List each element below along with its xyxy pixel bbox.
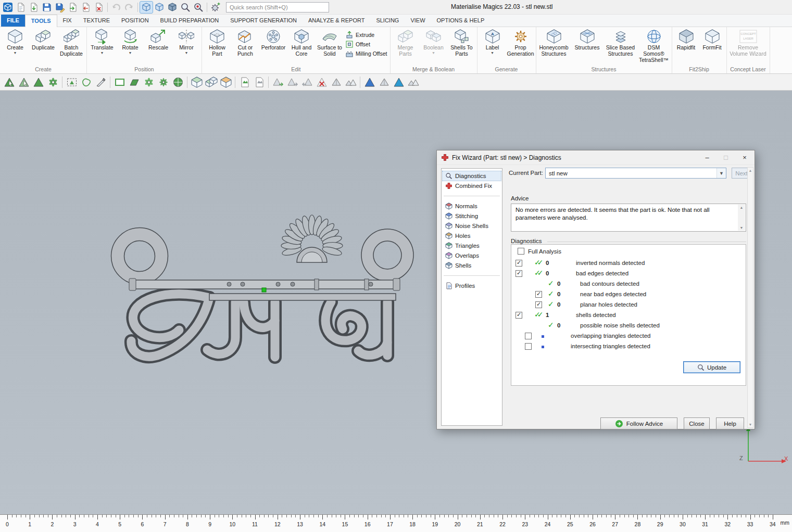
save-project-icon[interactable] — [41, 2, 53, 13]
unmark-all-icon[interactable] — [271, 75, 285, 89]
ribbon-button-milling-offset[interactable]: Milling Offset — [345, 49, 387, 58]
mark-shell-region-icon[interactable] — [171, 75, 185, 89]
help-button[interactable]: Help — [716, 417, 744, 429]
ribbon-button-formfit[interactable]: FormFit — [699, 28, 725, 52]
tab-texture[interactable]: TEXTURE — [78, 15, 116, 27]
diagnostic-checkbox[interactable] — [525, 333, 532, 339]
wizard-page-stitching[interactable]: Stitching — [443, 211, 501, 221]
wizard-page-overlaps[interactable]: Overlaps — [443, 251, 501, 260]
close-part-icon[interactable] — [93, 2, 105, 13]
tab-fix[interactable]: FIX — [57, 15, 78, 27]
mark-sphere-icon[interactable] — [46, 75, 60, 89]
view-home-icon[interactable] — [140, 2, 153, 13]
mark-shell-icon[interactable] — [190, 75, 204, 89]
diagnostic-checkbox[interactable] — [516, 260, 522, 267]
rectangle-selection-icon[interactable] — [65, 75, 79, 89]
transfer-marking-icon[interactable] — [406, 75, 420, 89]
mark-region-fill-icon[interactable] — [392, 75, 406, 89]
smooth-marking-icon[interactable] — [377, 75, 391, 89]
ribbon-button-rescale[interactable]: Rescale — [144, 28, 172, 52]
dialog-maximize-button[interactable]: □ — [718, 152, 734, 163]
wizard-page-shells[interactable]: Shells — [443, 261, 501, 270]
ribbon-button-shells-to-parts[interactable]: Shells To Parts — [448, 28, 476, 58]
app-logo-icon[interactable] — [2, 2, 14, 13]
scroll-up-icon[interactable]: ▲ — [749, 169, 752, 172]
dialog-minimize-button[interactable]: – — [699, 152, 715, 163]
update-button[interactable]: Update — [683, 361, 740, 373]
mark-window-icon[interactable] — [112, 75, 127, 89]
tab-support-generation[interactable]: SUPPORT GENERATION — [224, 15, 303, 27]
ribbon-button-extrude[interactable]: Extrude — [345, 31, 387, 39]
tab-file[interactable]: FILE — [1, 15, 25, 27]
cut-selection-icon[interactable] — [94, 75, 108, 89]
dialog-scrollbar[interactable]: ▲▼ — [747, 167, 753, 428]
quick-search-input[interactable] — [226, 2, 329, 12]
ribbon-button-translate[interactable]: Translate▼ — [88, 28, 116, 56]
wizard-page-triangles[interactable]: Triangles — [443, 241, 501, 250]
ribbon-button-rotate[interactable]: Rotate▼ — [116, 28, 144, 56]
wizard-page-normals[interactable]: Normals — [443, 201, 501, 211]
save-project-as-icon[interactable] — [54, 2, 66, 13]
wizard-page-holes[interactable]: Holes — [443, 231, 501, 240]
customize-toolbar-icon[interactable] — [209, 2, 222, 13]
unmark-sheet-icon[interactable] — [252, 75, 266, 89]
ribbon-button-label[interactable]: ALabel▼ — [479, 28, 507, 56]
zoom-selection-icon[interactable] — [192, 2, 205, 13]
tab-options-help[interactable]: OPTIONS & HELP — [431, 15, 491, 27]
mark-overhang-up-icon[interactable] — [329, 75, 343, 89]
ribbon-button-create[interactable]: Create▼ — [1, 28, 29, 56]
tab-build-preparation[interactable]: BUILD PREPARATION — [155, 15, 225, 27]
wizard-page-profiles[interactable]: Profiles — [443, 281, 501, 290]
wizard-page-diagnostics[interactable]: Diagnostics — [443, 171, 501, 181]
export-part-icon[interactable] — [80, 2, 92, 13]
dialog-close-button[interactable]: × — [737, 152, 752, 163]
tab-tools[interactable]: TOOLS — [25, 15, 57, 27]
ribbon-button-honeycomb-structures[interactable]: Honeycomb Structures — [537, 28, 571, 58]
mark-sheet-icon[interactable] — [237, 75, 252, 89]
mark-surface-icon[interactable] — [142, 75, 156, 89]
mark-overhang-down-icon[interactable] — [344, 75, 358, 89]
ribbon-button-hull-and-core[interactable]: Hull and Core — [287, 28, 316, 58]
tab-slicing[interactable]: SLICING — [370, 15, 405, 27]
ribbon-button-hollow-part[interactable]: Hollow Part — [203, 28, 231, 58]
import-part-icon[interactable] — [67, 2, 79, 13]
ribbon-button-rapidfit[interactable]: Rapidfit — [673, 28, 699, 52]
tab-position[interactable]: POSITION — [116, 15, 155, 27]
mark-errors-icon[interactable] — [315, 75, 329, 89]
ribbon-button-structures[interactable]: Structures — [571, 28, 604, 52]
freeform-selection-icon[interactable] — [79, 75, 93, 89]
diagnostic-checkbox[interactable] — [516, 270, 522, 277]
mark-triangle-icon[interactable] — [2, 75, 16, 89]
scroll-up-icon[interactable]: ▲ — [740, 206, 744, 209]
ribbon-button-perforator[interactable]: Perforator — [259, 28, 287, 52]
viewport-3d[interactable]: Z X Fix Wizard (Part: stl new) > Diagnos… — [0, 91, 792, 514]
advice-scrollbar[interactable]: ▲▼ — [738, 205, 745, 231]
new-project-icon[interactable] — [15, 2, 27, 13]
follow-advice-button[interactable]: Follow Advice — [600, 417, 677, 429]
view-wireframe-icon[interactable] — [166, 2, 179, 13]
close-button[interactable]: Close — [684, 417, 710, 429]
mark-all-shells-icon[interactable] — [204, 75, 218, 89]
ribbon-button-duplicate[interactable]: Duplicate — [29, 28, 57, 52]
ribbon-button-slice-based-structures[interactable]: Slice Based Structures — [604, 28, 637, 58]
diagnostic-checkbox[interactable] — [516, 312, 522, 319]
scroll-down-icon[interactable]: ▼ — [740, 226, 744, 230]
dialog-titlebar[interactable]: Fix Wizard (Part: stl new) > Diagnostics… — [437, 150, 755, 165]
scroll-down-icon[interactable]: ▼ — [749, 423, 752, 426]
wizard-page-combined-fix[interactable]: Combined Fix — [443, 181, 501, 191]
diagnostic-checkbox[interactable] — [525, 343, 532, 350]
current-part-select[interactable]: stl new ▼ — [545, 168, 726, 179]
tab-view[interactable]: VIEW — [405, 15, 431, 27]
ribbon-button-dsm-somos-tetrashell[interactable]: DSM Somos® TetraShell™ — [637, 28, 671, 64]
mark-plane-icon[interactable] — [127, 75, 141, 89]
mark-connected-icon[interactable] — [156, 75, 170, 89]
open-project-icon[interactable] — [28, 2, 40, 13]
wizard-page-noise-shells[interactable]: Noise Shells — [443, 221, 501, 231]
ribbon-button-offset[interactable]: Offset — [345, 40, 387, 48]
diagnostic-checkbox[interactable] — [535, 301, 542, 308]
invert-marking-icon[interactable] — [219, 75, 233, 89]
ribbon-button-prop-generation[interactable]: Prop Generation — [507, 28, 535, 58]
view-shaded-icon[interactable] — [153, 2, 166, 13]
zoom-icon[interactable] — [179, 2, 192, 13]
tab-analyze-report[interactable]: ANALYZE & REPORT — [303, 15, 370, 27]
